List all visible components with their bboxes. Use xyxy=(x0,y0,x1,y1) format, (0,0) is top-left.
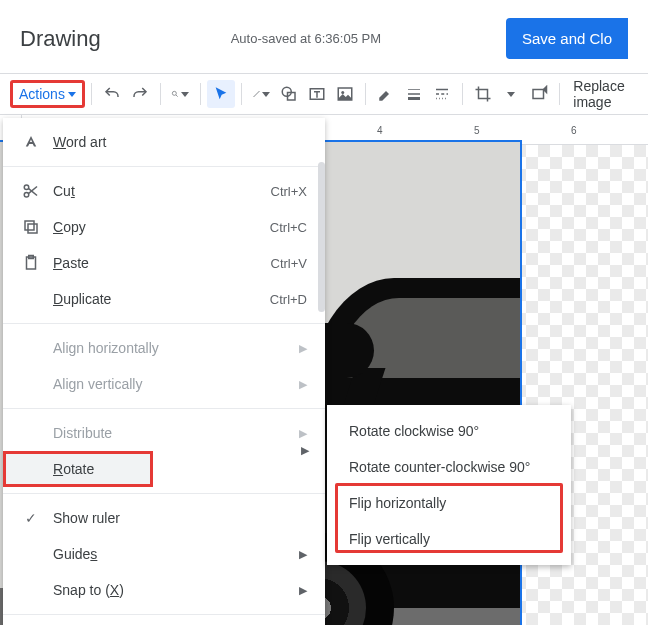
caret-icon xyxy=(507,92,515,97)
submenu-arrow-icon: ▶ xyxy=(299,548,307,561)
submenu-item-flip-vertical[interactable]: Flip vertically xyxy=(327,521,571,557)
menu-item-guides[interactable]: Guides ▶ xyxy=(3,536,325,572)
border-color-button[interactable] xyxy=(372,80,400,108)
menu-label: Rotate clockwise 90° xyxy=(349,423,553,439)
menu-scrollbar[interactable] xyxy=(318,162,325,312)
image-tool-button[interactable] xyxy=(331,80,359,108)
menu-label: Paste xyxy=(53,255,271,271)
actions-menu-button[interactable]: Actions xyxy=(10,80,85,108)
submenu-arrow-icon: ▶ xyxy=(301,444,309,457)
undo-button[interactable] xyxy=(98,80,126,108)
menu-item-paste[interactable]: Paste Ctrl+V xyxy=(3,245,325,281)
shortcut: Ctrl+X xyxy=(271,184,307,199)
wordart-icon xyxy=(19,133,43,151)
menu-label: Distribute xyxy=(53,425,299,441)
submenu-arrow-icon: ▶ xyxy=(299,378,307,391)
menu-label: Show ruler xyxy=(53,510,307,526)
shortcut: Ctrl+D xyxy=(270,292,307,307)
svg-line-2 xyxy=(254,91,260,97)
menu-item-duplicate[interactable]: Duplicate Ctrl+D xyxy=(3,281,325,317)
actions-label: Actions xyxy=(19,86,65,102)
menu-label: Flip vertically xyxy=(349,531,553,547)
crop-button[interactable] xyxy=(469,80,497,108)
shortcut: Ctrl+C xyxy=(270,220,307,235)
reset-image-button[interactable] xyxy=(525,80,553,108)
shape-tool-button[interactable] xyxy=(275,80,303,108)
separator xyxy=(559,83,560,105)
caret-icon xyxy=(181,92,189,97)
menu-item-snap-to[interactable]: Snap to (X) ▶ xyxy=(3,572,325,608)
menu-separator xyxy=(3,323,325,324)
clipboard-icon xyxy=(19,254,43,272)
svg-point-9 xyxy=(342,91,345,94)
border-weight-button[interactable] xyxy=(400,80,428,108)
menu-item-align-vertical: Align vertically ▶ xyxy=(3,366,325,402)
textbox-tool-button[interactable] xyxy=(303,80,331,108)
menu-item-cut[interactable]: Cut Ctrl+X xyxy=(3,173,325,209)
line-tool-button[interactable] xyxy=(247,80,275,108)
menu-separator xyxy=(3,493,325,494)
redo-button[interactable] xyxy=(126,80,154,108)
ruler-tick: 6 xyxy=(571,125,577,136)
separator xyxy=(200,83,201,105)
separator xyxy=(91,83,92,105)
svg-point-0 xyxy=(173,91,177,95)
menu-item-distribute: Distribute ▶ xyxy=(3,415,325,451)
border-dash-button[interactable] xyxy=(428,80,456,108)
rotate-submenu: Rotate clockwise 90° Rotate counter-cloc… xyxy=(327,405,571,565)
separator xyxy=(365,83,366,105)
submenu-arrow-icon: ▶ xyxy=(299,342,307,355)
menu-label: Snap to (X) xyxy=(53,582,299,598)
submenu-item-rotate-ccw[interactable]: Rotate counter-clockwise 90° xyxy=(327,449,571,485)
workspace: 4 5 6 Word art Cut Ctrl+X xyxy=(0,115,648,625)
mask-button[interactable] xyxy=(497,80,525,108)
ruler-tick: 5 xyxy=(474,125,480,136)
replace-image-button[interactable]: Replace image xyxy=(565,78,640,110)
svg-line-1 xyxy=(176,95,178,97)
menu-label: Cut xyxy=(53,183,271,199)
menu-label: Rotate xyxy=(53,461,135,477)
separator xyxy=(241,83,242,105)
shortcut: Ctrl+V xyxy=(271,256,307,271)
save-and-close-button[interactable]: Save and Clo xyxy=(506,18,628,59)
menu-label: Guides xyxy=(53,546,299,562)
check-icon: ✓ xyxy=(19,510,43,526)
menu-separator xyxy=(3,408,325,409)
menu-item-rotate[interactable]: Rotate xyxy=(3,451,153,487)
separator xyxy=(160,83,161,105)
svg-rect-22 xyxy=(25,221,34,230)
submenu-item-rotate-cw[interactable]: Rotate clockwise 90° xyxy=(327,413,571,449)
submenu-arrow-icon: ▶ xyxy=(299,584,307,597)
actions-menu: Word art Cut Ctrl+X Copy Ctrl+C Paste Ct… xyxy=(3,118,325,625)
submenu-item-flip-horizontal[interactable]: Flip horizontally xyxy=(327,485,571,521)
zoom-button[interactable] xyxy=(166,80,194,108)
dropdown-caret-icon xyxy=(68,92,76,97)
menu-label: Align vertically xyxy=(53,376,299,392)
menu-separator xyxy=(3,614,325,615)
menu-label: Rotate counter-clockwise 90° xyxy=(349,459,553,475)
svg-rect-16 xyxy=(533,90,544,99)
menu-separator xyxy=(3,166,325,167)
menu-item-copy[interactable]: Copy Ctrl+C xyxy=(3,209,325,245)
caret-icon xyxy=(262,92,270,97)
copy-icon xyxy=(19,218,43,236)
svg-rect-21 xyxy=(28,224,37,233)
dialog-header: Drawing Auto-saved at 6:36:05 PM Save an… xyxy=(0,0,648,73)
menu-label: Align horizontally xyxy=(53,340,299,356)
menu-label: Copy xyxy=(53,219,270,235)
menu-item-align-horizontal: Align horizontally ▶ xyxy=(3,330,325,366)
menu-label: Word art xyxy=(53,134,307,150)
toolbar: Actions Replace image xyxy=(0,73,648,115)
submenu-arrow-icon: ▶ xyxy=(299,427,307,440)
dialog-title: Drawing xyxy=(20,26,101,52)
menu-label: Duplicate xyxy=(53,291,270,307)
menu-item-wordart[interactable]: Word art xyxy=(3,124,325,160)
ruler-tick: 4 xyxy=(377,125,383,136)
scissors-icon xyxy=(19,182,43,200)
menu-item-show-ruler[interactable]: ✓ Show ruler xyxy=(3,500,325,536)
autosave-status: Auto-saved at 6:36:05 PM xyxy=(231,31,506,46)
select-tool-button[interactable] xyxy=(207,80,235,108)
menu-item-order: Order ▶ xyxy=(3,621,325,625)
menu-label: Flip horizontally xyxy=(349,495,553,511)
separator xyxy=(462,83,463,105)
